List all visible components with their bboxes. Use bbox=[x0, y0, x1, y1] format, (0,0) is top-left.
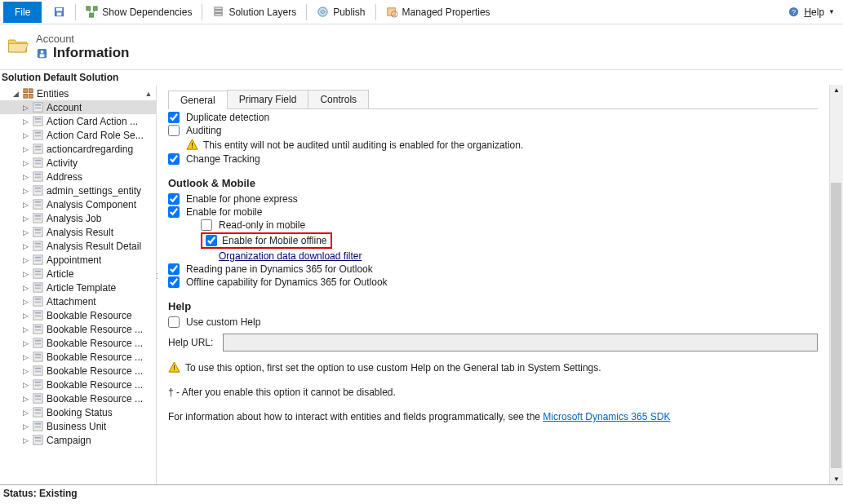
tab-controls[interactable]: Controls bbox=[308, 90, 369, 108]
splitter-handle-icon[interactable]: ⋮ bbox=[153, 272, 161, 281]
tree-root-entities[interactable]: ◢Entities▲ bbox=[0, 86, 156, 100]
svg-rect-81 bbox=[35, 368, 42, 369]
expand-icon[interactable]: ▷ bbox=[21, 131, 29, 139]
tree-item[interactable]: ▷Analysis Result Detail bbox=[0, 239, 156, 253]
expand-icon[interactable]: ▷ bbox=[21, 187, 29, 195]
scroll-up-icon[interactable]: ▲ bbox=[144, 90, 153, 98]
tree-item[interactable]: ▷Action Card Role Se... bbox=[0, 128, 156, 142]
entity-icon bbox=[32, 254, 44, 266]
tree-item[interactable]: ▷Article bbox=[0, 267, 156, 281]
expand-icon[interactable]: ▷ bbox=[21, 325, 29, 334]
tree-item[interactable]: ▷Action Card Action ... bbox=[0, 114, 156, 128]
tree-item[interactable]: ▷Bookable Resource ... bbox=[0, 322, 156, 336]
expand-icon[interactable]: ▷ bbox=[21, 436, 29, 444]
entity-icon bbox=[32, 323, 44, 335]
expand-icon[interactable]: ▷ bbox=[21, 312, 29, 320]
expand-icon[interactable]: ▷ bbox=[21, 339, 29, 347]
tree-item-label: Article bbox=[47, 268, 73, 280]
tree-item-label: Analysis Result bbox=[47, 227, 113, 238]
svg-rect-79 bbox=[35, 357, 42, 359]
tree-item[interactable]: ▷admin_settings_entity bbox=[0, 183, 156, 197]
org-data-filter-link[interactable]: Organization data download filter bbox=[219, 250, 362, 262]
readonly-mobile-checkbox[interactable] bbox=[201, 219, 212, 231]
scroll-thumb[interactable] bbox=[831, 183, 841, 468]
tree-item[interactable]: ▷Activity bbox=[0, 156, 156, 170]
collapse-icon[interactable]: ◢ bbox=[11, 90, 20, 98]
vertical-scrollbar[interactable]: ▲ ▼ bbox=[829, 85, 843, 484]
scroll-down-icon[interactable]: ▼ bbox=[832, 474, 841, 484]
publish-button[interactable]: Publish bbox=[312, 3, 370, 20]
tree-item[interactable]: ▷Attachment bbox=[0, 294, 156, 308]
expand-icon[interactable]: ▷ bbox=[21, 117, 29, 126]
expand-icon[interactable]: ▷ bbox=[21, 173, 29, 181]
svg-rect-63 bbox=[35, 285, 42, 286]
expand-icon[interactable]: ▷ bbox=[21, 256, 29, 264]
expand-icon[interactable]: ▷ bbox=[21, 145, 29, 153]
tree-item[interactable]: ▷Booking Status bbox=[0, 405, 156, 419]
svg-rect-73 bbox=[35, 329, 42, 331]
svg-rect-94 bbox=[35, 427, 42, 428]
tree-item[interactable]: ▷Account bbox=[0, 100, 156, 114]
tree-item[interactable]: ▷Article Template bbox=[0, 281, 156, 294]
expand-icon[interactable]: ▷ bbox=[21, 159, 29, 167]
solution-layers-button[interactable]: Solution Layers bbox=[207, 3, 301, 20]
tree-item[interactable]: ▷Bookable Resource ... bbox=[0, 378, 156, 391]
tree-item-label: Analysis Component bbox=[47, 199, 136, 210]
tree-item[interactable]: ▷Bookable Resource ... bbox=[0, 364, 156, 378]
tree-item[interactable]: ▷actioncardregarding bbox=[0, 142, 156, 156]
show-dependencies-button[interactable]: Show Dependencies bbox=[81, 3, 197, 20]
help-button[interactable]: ? Help ▼ bbox=[783, 3, 840, 20]
auditing-warning: This entity will not be audited until au… bbox=[203, 139, 523, 151]
tree-item[interactable]: ▷Bookable Resource ... bbox=[0, 391, 156, 405]
tree-item[interactable]: ▷Appointment bbox=[0, 253, 156, 267]
expand-icon[interactable]: ▷ bbox=[21, 214, 29, 223]
expand-icon[interactable]: ▷ bbox=[21, 104, 29, 112]
expand-icon[interactable]: ▷ bbox=[21, 422, 29, 431]
svg-rect-97 bbox=[35, 440, 42, 442]
tree-item[interactable]: ▷Analysis Result bbox=[0, 225, 156, 239]
expand-icon[interactable]: ▷ bbox=[21, 270, 29, 278]
expand-icon[interactable]: ▷ bbox=[21, 353, 29, 361]
reading-pane-checkbox[interactable] bbox=[168, 263, 180, 275]
toolbar-separator bbox=[202, 4, 202, 20]
offline-capability-checkbox[interactable] bbox=[168, 276, 180, 288]
expand-icon[interactable]: ▷ bbox=[21, 284, 29, 292]
managed-properties-button[interactable]: Managed Properties bbox=[381, 3, 495, 20]
tree-item[interactable]: ▷Campaign bbox=[0, 433, 156, 447]
expand-icon[interactable]: ▷ bbox=[21, 381, 29, 389]
expand-icon[interactable]: ▷ bbox=[21, 228, 29, 237]
expand-icon[interactable]: ▷ bbox=[21, 242, 29, 250]
help-url-input[interactable] bbox=[223, 334, 818, 351]
enable-mobile-offline-checkbox[interactable] bbox=[206, 235, 217, 246]
expand-icon[interactable]: ▷ bbox=[21, 367, 29, 375]
expand-icon[interactable]: ▷ bbox=[21, 201, 29, 209]
change-tracking-checkbox[interactable] bbox=[168, 153, 180, 165]
tree-item[interactable]: ▷Business Unit bbox=[0, 419, 156, 433]
enable-mobile-checkbox[interactable] bbox=[168, 206, 180, 218]
file-button[interactable]: File bbox=[3, 2, 42, 23]
expand-icon[interactable]: ▷ bbox=[21, 298, 29, 306]
svg-rect-25 bbox=[35, 108, 42, 109]
tree-item-label: Article Template bbox=[47, 282, 116, 294]
enable-phone-express-checkbox[interactable] bbox=[168, 193, 180, 205]
expand-icon[interactable]: ▷ bbox=[21, 395, 29, 403]
svg-point-17 bbox=[41, 50, 44, 53]
save-button[interactable] bbox=[48, 3, 70, 20]
warning-icon: ! bbox=[186, 139, 198, 151]
tree-item[interactable]: ▷Analysis Component bbox=[0, 197, 156, 211]
tree-item[interactable]: ▷Bookable Resource ... bbox=[0, 336, 156, 350]
tab-primary-field[interactable]: Primary Field bbox=[227, 90, 309, 108]
duplicate-detection-checkbox[interactable] bbox=[168, 112, 180, 123]
tree-item[interactable]: ▷Address bbox=[0, 170, 156, 183]
tree-item[interactable]: ▷Bookable Resource ... bbox=[0, 350, 156, 364]
sdk-link[interactable]: Microsoft Dynamics 365 SDK bbox=[543, 411, 670, 422]
auditing-checkbox[interactable] bbox=[168, 125, 180, 136]
tab-general[interactable]: General bbox=[168, 91, 228, 109]
svg-rect-49 bbox=[35, 219, 42, 220]
expand-icon[interactable]: ▷ bbox=[21, 409, 29, 417]
svg-rect-60 bbox=[35, 271, 42, 272]
tree-item[interactable]: ▷Bookable Resource bbox=[0, 308, 156, 322]
use-custom-help-checkbox[interactable] bbox=[168, 316, 180, 328]
scroll-up-icon[interactable]: ▲ bbox=[832, 85, 841, 95]
tree-item[interactable]: ▷Analysis Job bbox=[0, 211, 156, 225]
